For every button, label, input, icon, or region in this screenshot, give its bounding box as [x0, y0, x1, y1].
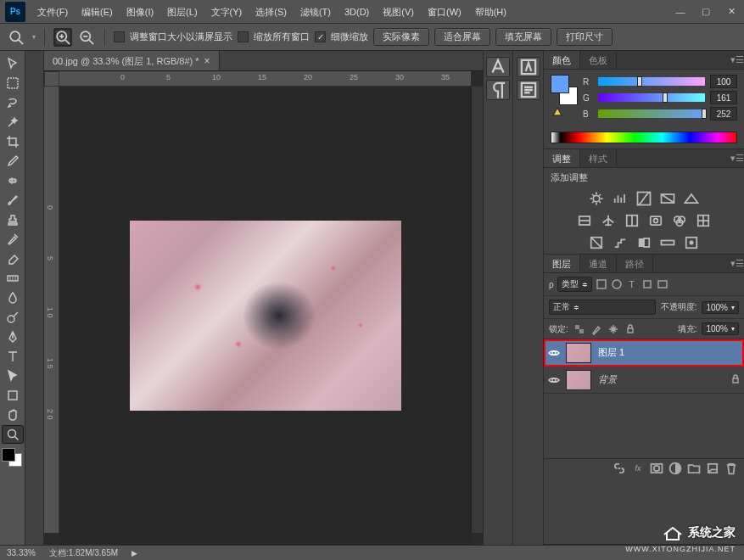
zoom-out-icon[interactable]: [77, 28, 96, 47]
r-slider[interactable]: [598, 77, 705, 86]
zoom-all-checkbox[interactable]: [238, 31, 249, 42]
color-swatch[interactable]: [2, 448, 24, 467]
eyedropper-tool[interactable]: [2, 152, 24, 171]
scrubby-zoom-checkbox[interactable]: [315, 31, 326, 42]
horizontal-ruler[interactable]: 0 5 10 15 20 25 30 35: [59, 71, 471, 87]
menu-image[interactable]: 图像(I): [120, 0, 160, 24]
hue-icon[interactable]: [576, 213, 593, 228]
color-balance-icon[interactable]: [600, 213, 617, 228]
dodge-tool[interactable]: [2, 308, 24, 327]
g-slider[interactable]: [598, 93, 705, 102]
b-slider[interactable]: [598, 109, 705, 118]
invert-icon[interactable]: [588, 235, 605, 250]
close-tab-icon[interactable]: ×: [204, 51, 210, 71]
maximize-button[interactable]: ▢: [693, 3, 719, 20]
channel-mixer-icon[interactable]: [671, 213, 688, 228]
vertical-scrollbar[interactable]: [471, 87, 483, 533]
r-value[interactable]: [710, 75, 737, 88]
crop-tool[interactable]: [2, 132, 24, 151]
menu-select[interactable]: 选择(S): [249, 0, 294, 24]
vertical-ruler[interactable]: 0 5 1 0 1 5 2 0: [44, 87, 59, 533]
menu-3d[interactable]: 3D(D): [338, 0, 376, 24]
layer-name[interactable]: 背景: [596, 373, 725, 386]
shape-tool[interactable]: [2, 386, 24, 405]
menu-type[interactable]: 文字(Y): [204, 0, 249, 24]
posterize-icon[interactable]: [612, 235, 629, 250]
actual-pixels-button[interactable]: 实际像素: [373, 28, 429, 46]
zoom-in-icon[interactable]: [53, 28, 72, 47]
tab-swatches[interactable]: 色板: [580, 51, 617, 69]
link-layers-icon[interactable]: [612, 462, 627, 475]
fg-color-chip[interactable]: [551, 75, 569, 93]
color-lookup-icon[interactable]: [695, 213, 712, 228]
minimize-button[interactable]: —: [668, 3, 693, 20]
stamp-tool[interactable]: [2, 210, 24, 229]
menu-help[interactable]: 帮助(H): [468, 0, 513, 24]
tab-paths[interactable]: 路径: [617, 255, 653, 272]
zoom-level[interactable]: 33.33%: [7, 548, 36, 557]
menu-layer[interactable]: 图层(L): [160, 0, 204, 24]
g-value[interactable]: [710, 91, 737, 104]
gradient-tool[interactable]: [2, 269, 24, 288]
lock-transparency-icon[interactable]: [573, 323, 585, 335]
blend-mode-select[interactable]: 正常≑: [549, 300, 656, 315]
delete-layer-icon[interactable]: [724, 462, 739, 475]
panel-menu-icon[interactable]: ▾☰: [730, 255, 744, 272]
type-tool[interactable]: [2, 347, 24, 366]
gradient-map-icon[interactable]: [659, 235, 676, 250]
new-layer-icon[interactable]: [705, 462, 720, 475]
group-icon[interactable]: [686, 462, 702, 475]
levels-icon[interactable]: [612, 191, 629, 206]
b-value[interactable]: [710, 107, 737, 120]
fill-value[interactable]: 100%▾: [702, 322, 739, 335]
menu-edit[interactable]: 编辑(E): [75, 0, 120, 24]
filter-shape-icon[interactable]: [641, 278, 653, 290]
document-tab[interactable]: 00.jpg @ 33.3% (图层 1, RGB/8#) * ×: [44, 51, 220, 70]
menu-file[interactable]: 文件(F): [31, 0, 75, 24]
move-tool[interactable]: [2, 54, 24, 73]
photo-filter-icon[interactable]: [647, 213, 664, 228]
healing-tool[interactable]: [2, 171, 24, 190]
spectrum-bar[interactable]: [551, 132, 737, 143]
mask-icon[interactable]: [649, 462, 664, 475]
adjustment-layer-icon[interactable]: [668, 462, 683, 475]
menu-window[interactable]: 窗口(W): [421, 0, 468, 24]
tab-adjustments[interactable]: 调整: [544, 149, 580, 167]
foreground-color[interactable]: [2, 448, 15, 462]
paragraph-panel-icon[interactable]: [486, 80, 510, 100]
layer-filter-kind[interactable]: 类型≑: [557, 277, 592, 292]
character-panel-icon[interactable]: [486, 57, 510, 77]
char-style-icon[interactable]: [517, 57, 540, 77]
visibility-icon[interactable]: [547, 373, 561, 387]
history-brush-tool[interactable]: [2, 230, 24, 249]
layer-thumbnail[interactable]: [566, 370, 591, 390]
brush-tool[interactable]: [2, 191, 24, 210]
menu-view[interactable]: 视图(V): [376, 0, 421, 24]
visibility-icon[interactable]: [547, 346, 561, 360]
layer-name[interactable]: 图层 1: [596, 346, 741, 359]
status-flyout-icon[interactable]: ▶: [131, 549, 137, 557]
color-preview[interactable]: [551, 75, 578, 105]
vibrance-icon[interactable]: [683, 191, 700, 206]
pen-tool[interactable]: [2, 328, 24, 346]
tab-color[interactable]: 颜色: [544, 51, 580, 69]
tab-styles[interactable]: 样式: [580, 149, 617, 167]
filter-type-icon[interactable]: T: [626, 278, 638, 290]
filter-adjust-icon[interactable]: [611, 278, 623, 290]
exposure-icon[interactable]: [659, 191, 676, 206]
eraser-tool[interactable]: [2, 249, 24, 268]
opacity-value[interactable]: 100%▾: [702, 301, 739, 314]
print-size-button[interactable]: 打印尺寸: [557, 28, 613, 46]
lock-all-icon[interactable]: [624, 323, 636, 335]
layer-thumbnail[interactable]: [566, 343, 591, 363]
lock-position-icon[interactable]: [607, 323, 619, 335]
menu-filter[interactable]: 滤镜(T): [294, 0, 338, 24]
layer-row[interactable]: 图层 1: [544, 339, 744, 367]
magic-wand-tool[interactable]: [2, 113, 24, 132]
fx-icon[interactable]: fx: [630, 462, 646, 475]
filter-smart-icon[interactable]: [657, 278, 668, 290]
para-style-icon[interactable]: [517, 80, 540, 100]
resize-window-checkbox[interactable]: [114, 31, 125, 42]
canvas[interactable]: [59, 87, 471, 545]
fit-screen-button[interactable]: 适合屏幕: [434, 28, 490, 46]
